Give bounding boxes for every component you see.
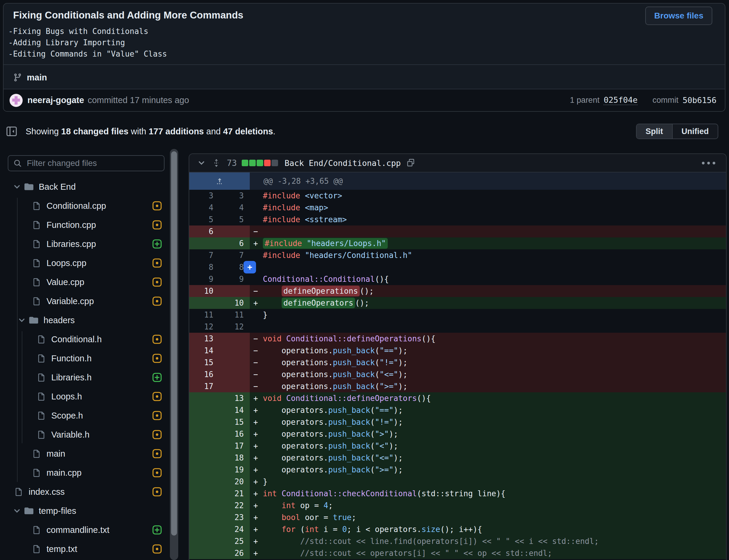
tree-file-index-css[interactable]: index.css — [5, 482, 168, 501]
tree-file-function-h[interactable]: Function.h — [5, 349, 168, 368]
parent-sha-link[interactable]: 025f04e — [604, 95, 638, 105]
tree-file-libraries-h[interactable]: Libraries.h — [5, 368, 168, 387]
drag-reorder-icon[interactable] — [212, 158, 221, 167]
old-line-number[interactable]: 7 — [189, 249, 220, 261]
old-line-number[interactable]: 16 — [189, 368, 220, 380]
new-line-number[interactable]: 13 — [220, 392, 250, 404]
old-line-number[interactable] — [189, 297, 220, 309]
collapse-sidebar-icon[interactable] — [6, 126, 17, 137]
old-line-number[interactable]: 14 — [189, 345, 220, 357]
new-line-number[interactable] — [220, 357, 250, 368]
tree-folder-headers[interactable]: headers — [5, 311, 168, 330]
old-line-number[interactable] — [189, 440, 220, 452]
new-line-number[interactable]: 10 — [220, 297, 250, 309]
new-line-number[interactable] — [220, 380, 250, 392]
new-line-number[interactable]: 16 — [220, 428, 250, 440]
tree-file-libraries-cpp[interactable]: Libraries.cpp — [5, 234, 168, 253]
code-text: bool oor = true; — [263, 511, 726, 523]
diff-file-path[interactable]: Back End/Conditional.cpp — [284, 158, 401, 168]
old-line-number[interactable] — [189, 523, 220, 535]
tree-file-main-cpp[interactable]: main.cpp — [5, 463, 168, 482]
old-line-number[interactable]: 15 — [189, 357, 220, 368]
unified-view-button[interactable]: Unified — [672, 124, 718, 139]
old-line-number[interactable]: 8 — [189, 261, 220, 273]
kebab-menu-icon[interactable] — [699, 159, 718, 167]
old-line-number[interactable]: 12 — [189, 321, 220, 333]
tree-file-loops-h[interactable]: Loops.h — [5, 387, 168, 406]
old-line-number[interactable] — [189, 511, 220, 523]
new-line-number[interactable]: 7 — [220, 249, 250, 261]
new-line-number[interactable] — [220, 285, 250, 297]
copy-path-icon[interactable] — [406, 158, 415, 167]
tree-file-commandline-txt[interactable]: commandline.txt — [5, 520, 168, 539]
old-line-number[interactable] — [189, 428, 220, 440]
tree-file-conditional-cpp[interactable]: Conditional.cpp — [5, 196, 168, 215]
tree-file-variable-cpp[interactable]: Variable.cpp — [5, 292, 168, 311]
branch-name[interactable]: main — [27, 73, 47, 83]
new-line-number[interactable] — [220, 225, 250, 237]
new-line-number[interactable]: 6 — [220, 237, 250, 249]
add-comment-button[interactable]: + — [243, 261, 256, 273]
new-line-number[interactable]: 19 — [220, 464, 250, 476]
old-line-number[interactable] — [189, 404, 220, 416]
new-line-number[interactable]: 14 — [220, 404, 250, 416]
tree-folder-back-end[interactable]: Back End — [5, 177, 168, 196]
new-line-number[interactable]: 23 — [220, 511, 250, 523]
tree-file-scope-h[interactable]: Scope.h — [5, 406, 168, 425]
tree-file-function-cpp[interactable]: Function.cpp — [5, 215, 168, 234]
old-line-number[interactable] — [189, 488, 220, 500]
new-line-number[interactable]: 20 — [220, 476, 250, 488]
sidebar-scrollbar-thumb[interactable] — [171, 151, 177, 536]
old-line-number[interactable]: 13 — [189, 333, 220, 345]
tree-folder-temp-files[interactable]: temp-files — [5, 501, 168, 520]
new-line-number[interactable]: 12 — [220, 321, 250, 333]
file-filter-input[interactable] — [27, 158, 159, 168]
old-line-number[interactable] — [189, 535, 220, 547]
tree-file-loops-cpp[interactable]: Loops.cpp — [5, 253, 168, 273]
new-line-number[interactable]: 24 — [220, 523, 250, 535]
old-line-number[interactable] — [189, 476, 220, 488]
old-line-number[interactable]: 4 — [189, 202, 220, 214]
new-line-number[interactable] — [220, 345, 250, 357]
old-line-number[interactable] — [189, 392, 220, 404]
old-line-number[interactable]: 10 — [189, 285, 220, 297]
old-line-number[interactable] — [189, 464, 220, 476]
new-line-number[interactable] — [220, 368, 250, 380]
new-line-number[interactable]: 17 — [220, 440, 250, 452]
tree-file-conditional-h[interactable]: Conditional.h — [5, 330, 168, 349]
tree-file-main[interactable]: main — [5, 444, 168, 463]
browse-files-button[interactable]: Browse files — [645, 7, 712, 25]
old-line-number[interactable]: 17 — [189, 380, 220, 392]
new-line-number[interactable]: 22 — [220, 500, 250, 511]
old-line-number[interactable]: 9 — [189, 273, 220, 285]
new-line-number[interactable]: 25 — [220, 535, 250, 547]
new-line-number[interactable]: 21 — [220, 488, 250, 500]
new-line-number[interactable]: 5 — [220, 214, 250, 225]
new-line-number[interactable]: 15 — [220, 416, 250, 428]
old-line-number[interactable]: 6 — [189, 225, 220, 237]
tree-file-value-cpp[interactable]: Value.cpp — [5, 273, 168, 292]
old-line-number[interactable] — [189, 416, 220, 428]
new-line-number[interactable]: 4 — [220, 202, 250, 214]
new-line-number[interactable]: 18 — [220, 452, 250, 464]
expand-hunk-up-button[interactable] — [189, 172, 250, 190]
old-line-number[interactable] — [189, 547, 220, 559]
tree-file-temp-txt[interactable]: temp.txt — [5, 539, 168, 559]
old-line-number[interactable] — [189, 237, 220, 249]
avatar[interactable] — [10, 94, 23, 107]
old-line-number[interactable]: 11 — [189, 309, 220, 321]
old-line-number[interactable]: 5 — [189, 214, 220, 225]
new-line-number[interactable] — [220, 333, 250, 345]
new-line-number[interactable]: 26 — [220, 547, 250, 559]
tree-item-label: Scope.h — [51, 411, 83, 421]
author-name[interactable]: neeraj-gogate — [27, 95, 84, 105]
old-line-number[interactable]: 3 — [189, 190, 220, 202]
new-line-number[interactable]: 9 — [220, 273, 250, 285]
old-line-number[interactable] — [189, 452, 220, 464]
new-line-number[interactable]: 11 — [220, 309, 250, 321]
tree-file-variable-h[interactable]: Variable.h — [5, 425, 168, 444]
split-view-button[interactable]: Split — [637, 124, 672, 139]
old-line-number[interactable] — [189, 500, 220, 511]
new-line-number[interactable]: 3 — [220, 190, 250, 202]
chevron-down-icon[interactable] — [197, 158, 206, 167]
